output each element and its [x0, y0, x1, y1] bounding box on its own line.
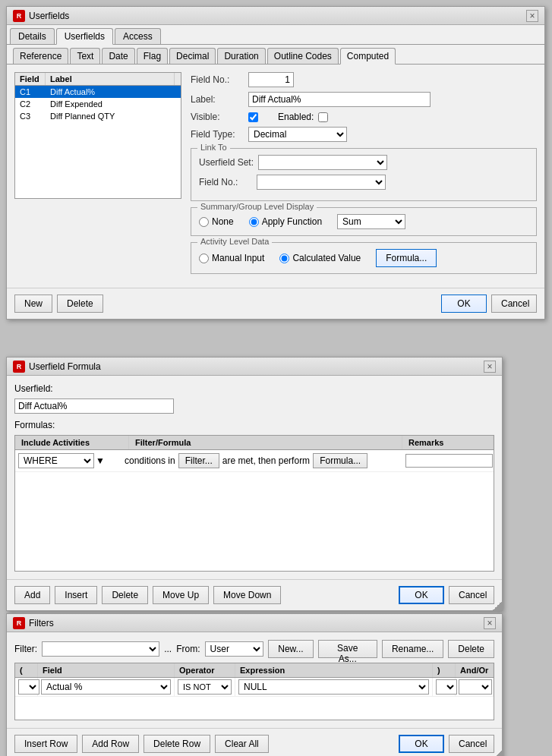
paren-close-select[interactable]: ) [436, 679, 457, 695]
filters-titlebar: R Filters × [7, 614, 502, 632]
filter-bar: Filter: ... From: User New... Save As...… [14, 640, 494, 658]
formula-delete-button[interactable]: Delete [102, 586, 148, 604]
userfields-close-button[interactable]: × [526, 10, 538, 22]
userfield-set-label: Userfield Set: [199, 157, 254, 168]
move-down-button[interactable]: Move Down [213, 586, 281, 604]
subtab-date[interactable]: Date [102, 48, 134, 64]
field-type-select[interactable]: Decimal Text Integer Flag [248, 127, 347, 142]
subtab-computed[interactable]: Computed [340, 48, 396, 65]
formula-cancel-button[interactable]: Cancel [449, 586, 494, 604]
filters-ok-button[interactable]: OK [399, 735, 444, 753]
filters-close-button[interactable]: × [484, 617, 496, 629]
and-or-cell: And Or [456, 678, 494, 696]
enabled-checkbox[interactable] [318, 112, 328, 122]
label-label: Label: [191, 94, 244, 105]
subtab-text[interactable]: Text [70, 48, 100, 64]
activity-level-title: Activity Level Data [197, 237, 272, 246]
label-input[interactable] [248, 92, 431, 107]
operator-select[interactable]: IS NOT [178, 679, 232, 695]
remarks-header: Remarks [402, 436, 494, 449]
add-button[interactable]: Add [14, 586, 50, 604]
add-row-button[interactable]: Add Row [82, 735, 139, 753]
subtab-flag[interactable]: Flag [137, 48, 168, 64]
field-row-3[interactable]: C3 Diff Planned QTY [15, 110, 181, 122]
summary-title: Summary/Group Level Display [197, 202, 317, 211]
none-radio-item[interactable]: None [199, 216, 234, 227]
filters-resize-grip[interactable] [493, 750, 502, 756]
filter-button[interactable]: Filter... [178, 453, 219, 468]
subtab-outline-codes[interactable]: Outline Codes [267, 48, 339, 64]
field-table-empty-area [15, 122, 181, 198]
cancel-button[interactable]: Cancel [491, 295, 537, 313]
form-area: Field No.: Label: Visible: Enabled: Fiel… [191, 72, 537, 280]
paren-open-select[interactable]: ( [18, 679, 39, 695]
field-no2-select[interactable] [257, 175, 386, 190]
userfield-set-select[interactable] [258, 155, 387, 170]
formulas-label-row: Formulas: [14, 420, 494, 430]
label-cell-3: Diff Planned QTY [46, 111, 175, 121]
manual-input-radio[interactable] [199, 254, 209, 263]
none-radio[interactable] [199, 217, 209, 227]
tab-userfields[interactable]: Userfields [56, 28, 113, 45]
paren-open-header: ( [15, 663, 38, 677]
field-no-input[interactable] [248, 72, 294, 87]
paren-close-header: ) [433, 663, 456, 677]
field-type-row: Field Type: Decimal Text Integer Flag [191, 127, 537, 142]
insert-row-button[interactable]: Insert Row [14, 735, 77, 753]
from-select[interactable]: User [205, 641, 264, 657]
filter-save-as-button[interactable]: Save As... [318, 640, 377, 658]
conditions-cell: conditions in Filter... are met, then pe… [121, 452, 402, 470]
tab-details[interactable]: Details [10, 28, 55, 44]
delete-row-button[interactable]: Delete Row [144, 735, 210, 753]
field-select[interactable]: Actual % [41, 679, 171, 695]
userfields-titlebar: R Userfields × [7, 7, 544, 25]
formula-userfield-input[interactable] [14, 398, 174, 414]
clear-all-button[interactable]: Clear All [215, 735, 269, 753]
formula-ok-button[interactable]: OK [399, 586, 444, 604]
apply-function-radio-item[interactable]: Apply Function [249, 216, 322, 227]
filter-rename-button[interactable]: Rename... [382, 640, 443, 658]
insert-button[interactable]: Insert [55, 586, 97, 604]
formula-close-button[interactable]: × [484, 361, 496, 373]
remarks-input[interactable] [405, 454, 493, 468]
tab-access[interactable]: Access [115, 28, 161, 44]
filters-left-buttons: Insert Row Add Row Delete Row Clear All [14, 735, 269, 753]
formula-titlebar: R Userfield Formula × [7, 358, 502, 376]
filters-cancel-button[interactable]: Cancel [449, 735, 494, 753]
subtab-reference[interactable]: Reference [13, 48, 68, 64]
new-button[interactable]: New [14, 295, 52, 313]
filters-title-text: Filters [29, 618, 54, 628]
formula-button[interactable]: Formula... [376, 249, 437, 267]
where-select[interactable]: WHERE [18, 453, 94, 468]
apply-function-radio[interactable] [249, 217, 259, 227]
formula-resize-grip[interactable] [493, 601, 502, 610]
filter-select[interactable] [42, 641, 159, 657]
manual-input-radio-item[interactable]: Manual Input [199, 253, 264, 263]
move-up-button[interactable]: Move Up [153, 586, 209, 604]
and-or-select[interactable]: And Or [459, 679, 492, 695]
field-row-1[interactable]: C1 Diff Actual% [15, 86, 181, 98]
filter-table-empty [15, 697, 494, 720]
subtab-decimal[interactable]: Decimal [169, 48, 216, 64]
calculated-value-radio[interactable] [279, 254, 289, 263]
where-cell: WHERE ▼ [15, 452, 121, 470]
inline-formula-button[interactable]: Formula... [313, 453, 367, 468]
calculated-value-radio-item[interactable]: Calculated Value [279, 253, 361, 263]
field-row-2[interactable]: C2 Diff Expended [15, 98, 181, 110]
activity-level-box: Activity Level Data Manual Input Calcula… [191, 242, 537, 274]
expression-cell: NULL [235, 678, 433, 696]
chevron-down-icon: ▼ [96, 455, 105, 466]
filter-delete-button[interactable]: Delete [448, 640, 494, 658]
function-select[interactable]: Sum Average Maximum Minimum [337, 214, 405, 229]
filter-new-button[interactable]: New... [268, 640, 313, 658]
userfield-set-row: Userfield Set: [199, 155, 528, 170]
expression-select[interactable]: NULL [238, 679, 429, 695]
operator-cell: IS NOT [175, 678, 235, 696]
main-tab-bar: Details Userfields Access [7, 25, 544, 45]
delete-button[interactable]: Delete [57, 295, 103, 313]
ok-button[interactable]: OK [441, 295, 487, 313]
formula-title-area: R Userfield Formula [13, 361, 101, 373]
formula-userfield-row: Userfield: [14, 383, 494, 394]
subtab-duration[interactable]: Duration [217, 48, 265, 64]
visible-checkbox[interactable] [248, 112, 258, 122]
